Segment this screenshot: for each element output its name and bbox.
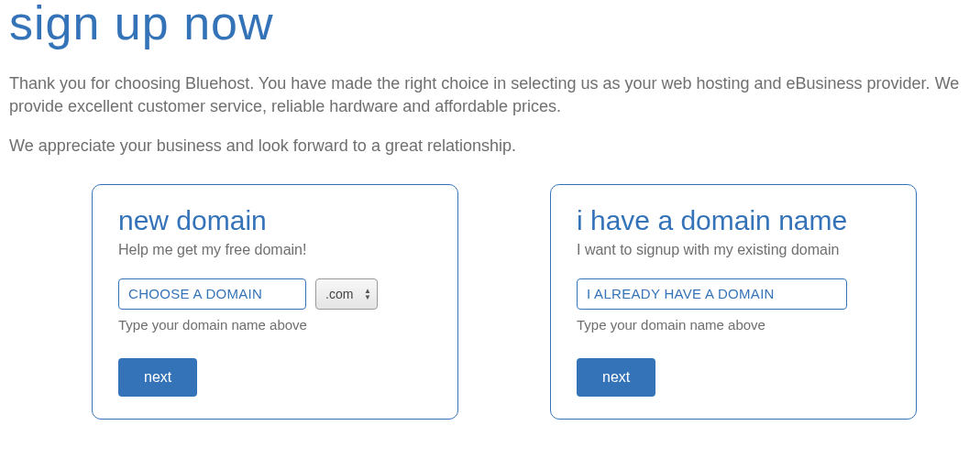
new-domain-card: new domain Help me get my free domain! .… [92,184,458,420]
new-domain-input-row: .com ▲▼ [118,278,432,310]
existing-domain-next-button[interactable]: next [577,358,655,397]
new-domain-hint: Type your domain name above [118,317,432,333]
existing-domain-title: i have a domain name [577,205,890,236]
intro-paragraph-1: Thank you for choosing Bluehost. You hav… [9,72,971,118]
new-domain-subtitle: Help me get my free domain! [118,242,432,258]
new-domain-title: new domain [118,205,432,236]
existing-domain-hint: Type your domain name above [577,317,890,333]
existing-domain-card: i have a domain name I want to signup wi… [550,184,917,420]
existing-domain-input-row [577,278,890,310]
select-arrows-icon: ▲▼ [364,288,371,300]
new-domain-input[interactable] [118,278,306,310]
tld-value: .com [325,287,353,301]
existing-domain-input[interactable] [577,278,847,310]
existing-domain-subtitle: I want to signup with my existing domain [577,242,890,258]
domain-cards: new domain Help me get my free domain! .… [9,184,971,420]
intro-paragraph-2: We appreciate your business and look for… [9,135,971,158]
new-domain-next-button[interactable]: next [118,358,197,397]
page-title: sign up now [9,0,971,50]
tld-select[interactable]: .com ▲▼ [315,278,378,310]
